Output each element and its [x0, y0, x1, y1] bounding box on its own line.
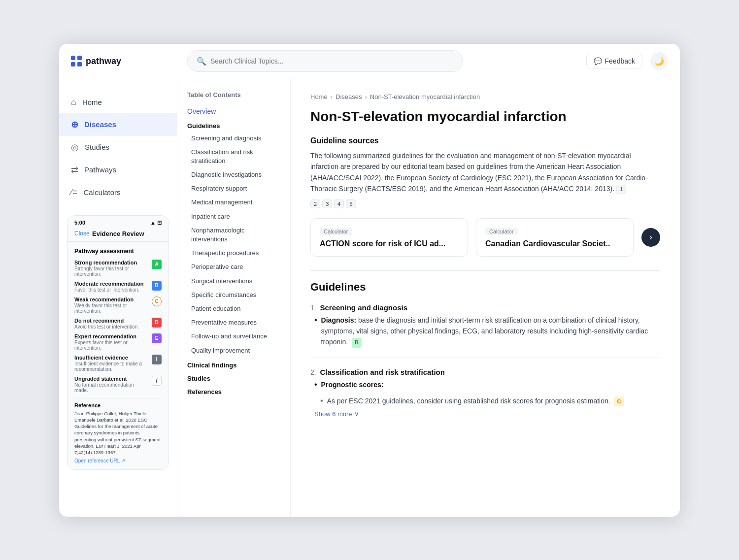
mobile-status-bar: 5:00 ▲ ⊡: [67, 216, 168, 228]
sidebar-item-diseases-label: Diseases: [84, 120, 116, 129]
search-bar[interactable]: 🔍: [187, 50, 463, 72]
breadcrumb-current: Non-ST-elevation myocardial infarction: [370, 93, 480, 100]
assessment-row-3: Do not recommend Avoid this test or inte…: [74, 318, 162, 329]
mobile-time: 5:00: [74, 220, 85, 226]
logo-text: pathway: [86, 56, 121, 66]
reference-link[interactable]: Open reference URL ↗: [74, 458, 162, 463]
calculator-card-1[interactable]: Calculator ACTION score for risk of ICU …: [310, 218, 468, 257]
calculator-card-2[interactable]: Calculator Canadian Cardiovascular Socie…: [476, 218, 634, 257]
toc-item-surgical[interactable]: Surgical interventions: [177, 274, 290, 288]
mobile-status-icons: ▲ ⊡: [150, 220, 162, 226]
toc-item-patient-ed[interactable]: Patient education: [177, 302, 290, 316]
toc-item-diagnostic[interactable]: Diagnostic investigations: [177, 168, 290, 182]
bullet-dot-1: •: [314, 316, 317, 348]
toc-item-perioperative[interactable]: Perioperative care: [177, 260, 290, 274]
top-right-actions: 💬 Feedback 🌙: [586, 52, 668, 70]
toc-item-respiratory[interactable]: Respiratory support: [177, 182, 290, 196]
home-icon: ⌂: [71, 97, 76, 107]
mobile-close-bar: Close Evidence Review: [67, 228, 168, 242]
toc-section-clinical: Clinical findings: [177, 358, 290, 371]
citation-4[interactable]: 4: [334, 199, 344, 208]
theme-toggle-button[interactable]: 🌙: [650, 52, 668, 70]
moon-icon: 🌙: [654, 57, 664, 66]
content-area: Home › Diseases › Non-ST-elevation myoca…: [291, 79, 680, 517]
sub-bullet-container: • As per ESC 2021 guidelines, consider u…: [310, 395, 660, 407]
guideline-num-1: 1. Screening and diagnosis: [310, 303, 660, 312]
assessment-sub-1: Favor this test or intervention.: [74, 287, 149, 293]
page-title: Non-ST-elevation myocardial infarction: [310, 108, 660, 125]
toc-item-nonpharmacologic[interactable]: Nonpharmacologic interventions: [177, 224, 290, 246]
assessment-badge-6: /: [152, 376, 162, 386]
assessment-main-5: Insufficient evidence: [74, 355, 149, 361]
calc-title-1: ACTION score for risk of ICU ad...: [320, 239, 459, 248]
assessment-main-1: Moderate recommendation: [74, 281, 149, 287]
sidebar-item-studies[interactable]: ◎ Studies: [59, 136, 177, 159]
guideline-title-2: Classification and risk stratification: [320, 368, 444, 376]
assessment-row-4: Expert recommendation Experts favor this…: [74, 333, 162, 351]
guidelines-heading: Guidelines: [310, 281, 660, 294]
mobile-reference: Reference Jean-Philippe Collet, Holger T…: [74, 398, 162, 463]
main-layout: ⌂ Home ⊕ Diseases ◎ Studies ⇄ Pathways ∕…: [59, 79, 680, 517]
feedback-label: Feedback: [605, 57, 635, 65]
sidebar-item-home[interactable]: ⌂ Home: [59, 91, 177, 113]
assessment-sub-2: Weakly favor this test or intervention.: [74, 303, 149, 314]
bullet-text-2-1: Prognostic scores:: [321, 379, 384, 390]
toc-item-quality[interactable]: Quality improvement: [177, 344, 290, 358]
toc-item-medical[interactable]: Medical management: [177, 196, 290, 209]
divider-1: [310, 270, 660, 271]
calculators-icon: ∕=: [71, 187, 78, 198]
inline-badge-c: C: [614, 396, 624, 406]
guideline-bullet-1-1: • Diagnosis: base the diagnosis and init…: [310, 315, 660, 348]
toc-item-inpatient[interactable]: Inpatient care: [177, 210, 290, 224]
citation-1[interactable]: 1: [616, 185, 626, 194]
toc-section-guidelines: Guidelines: [177, 118, 290, 132]
studies-icon: ◎: [71, 142, 79, 153]
assessment-main-3: Do not recommend: [74, 318, 149, 324]
bullet-label-1-1: Diagnosis:: [321, 316, 357, 324]
assessment-row-5: Insufficient evidence Insufficient evide…: [74, 355, 162, 372]
toc-item-classification[interactable]: Classification and risk stratification: [177, 145, 290, 168]
assessment-row-6: Ungraded statement No formal recommendat…: [74, 376, 162, 393]
toc-overview-link[interactable]: Overview: [177, 104, 290, 118]
assessment-row-2: Weak recommendation Weakly favor this te…: [74, 296, 162, 314]
sidebar-item-pathways[interactable]: ⇄ Pathways: [59, 159, 177, 181]
sub-dot-1: •: [320, 396, 323, 407]
citation-5[interactable]: 5: [346, 199, 356, 208]
breadcrumb-diseases[interactable]: Diseases: [336, 93, 362, 100]
logo-area: pathway: [71, 56, 179, 66]
toc-item-preventative[interactable]: Preventative measures: [177, 316, 290, 329]
assessment-row-1: Moderate recommendation Favor this test …: [74, 281, 162, 293]
mobile-panel-content: Pathway assessment Strong recommendation…: [67, 242, 168, 469]
toc-item-specific[interactable]: Specific circumstances: [177, 288, 290, 302]
toc-item-therapeutic[interactable]: Therapeutic procedures: [177, 246, 290, 260]
toc-item-followup[interactable]: Follow-up and surveillance: [177, 329, 290, 343]
show-more-button[interactable]: Show 6 more ∨: [310, 410, 660, 418]
toc-title: Table of Contents: [177, 91, 290, 104]
sidebar-item-calculators-label: Calculators: [84, 188, 121, 197]
calculator-next-button[interactable]: ›: [641, 228, 660, 247]
assessment-sub-3: Avoid this test or intervention.: [74, 324, 149, 329]
mobile-close-button[interactable]: Close: [74, 230, 90, 237]
assessment-main-4: Expert recommendation: [74, 333, 149, 339]
divider-2: [310, 358, 660, 358]
assessment-badge-3: D: [152, 318, 162, 328]
feedback-button[interactable]: 💬 Feedback: [586, 54, 642, 68]
top-bar: pathway 🔍 💬 Feedback 🌙: [59, 44, 680, 79]
bullet-dot-2: •: [314, 380, 317, 390]
breadcrumb-home[interactable]: Home: [310, 93, 328, 100]
search-input[interactable]: [210, 57, 454, 65]
guideline-title-1: Screening and diagnosis: [320, 303, 407, 312]
citation-3[interactable]: 3: [322, 199, 332, 208]
citation-2[interactable]: 2: [310, 199, 320, 208]
sub-bullet-text-1: As per ESC 2021 guidelines, consider usi…: [327, 395, 624, 407]
pathways-icon: ⇄: [71, 165, 78, 175]
sidebar-item-calculators[interactable]: ∕= Calculators: [59, 181, 177, 203]
guideline-bullet-2-1: • Prognostic scores:: [310, 379, 660, 390]
sidebar-item-diseases[interactable]: ⊕ Diseases: [59, 113, 177, 136]
reference-title: Reference: [74, 402, 162, 408]
assessment-badge-2: C: [152, 296, 162, 306]
assessment-badge-5: I: [152, 355, 162, 364]
guideline-sources-heading: Guideline sources: [310, 136, 660, 145]
toc-item-screening[interactable]: Screening and diagnosis: [177, 132, 290, 145]
diseases-icon: ⊕: [71, 119, 78, 130]
